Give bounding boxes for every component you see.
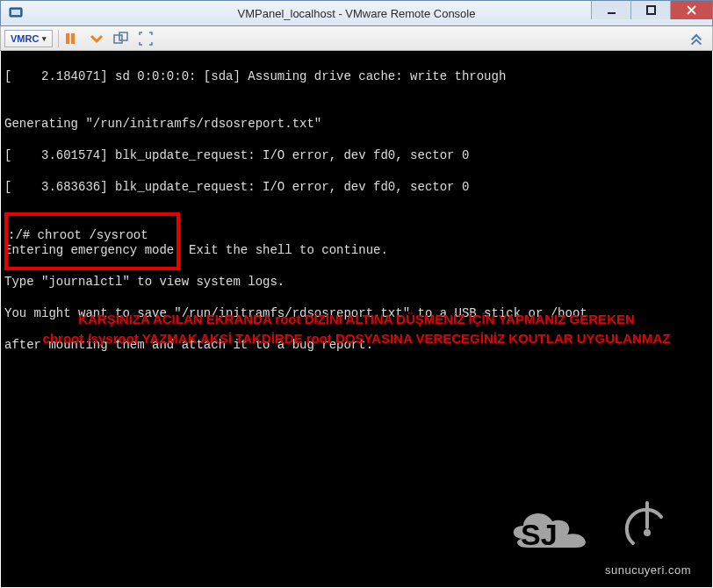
toolbar-icons — [64, 31, 154, 47]
window-controls — [591, 1, 712, 25]
svg-rect-4 — [66, 33, 69, 44]
send-cad-icon[interactable] — [113, 31, 129, 47]
window-titlebar: VMPanel_localhost - VMware Remote Consol… — [0, 0, 713, 26]
terminal-area[interactable]: [ 2.184071] sd 0:0:0:0: [sda] Assuming d… — [1, 51, 712, 587]
fullscreen-icon[interactable] — [138, 31, 154, 47]
annotation-text-1: KARŞINIZA ACILAN EKRANDA root DİZİNİ ALT… — [1, 310, 712, 329]
toolbar: VMRC — [0, 26, 713, 51]
close-button[interactable] — [670, 1, 712, 19]
terminal-line: Type "journalctl" to view system logs. — [4, 274, 709, 290]
svg-text:SJ: SJ — [521, 518, 558, 551]
terminal-line: [ 2.184071] sd 0:0:0:0: [sda] Assuming d… — [4, 68, 709, 84]
svg-rect-6 — [114, 35, 122, 43]
window-title: VMPanel_localhost - VMware Remote Consol… — [238, 7, 476, 20]
terminal-line: [ 3.683636] blk_update_request: I/O erro… — [4, 179, 709, 195]
collapse-toolbar-icon[interactable] — [689, 32, 703, 46]
watermark-domain: sunucuyeri.com — [605, 563, 691, 578]
toolbar-separator — [58, 30, 59, 47]
terminal-line: Generating "/run/initramfs/rdsosreport.t… — [4, 116, 709, 132]
annotation-text-2: chroot /sysroot YAZMAK AKSİ TAKDİRDE roo… — [1, 329, 712, 348]
maximize-button[interactable] — [630, 1, 670, 19]
svg-point-10 — [644, 529, 651, 536]
app-icon — [8, 5, 24, 21]
vmrc-dropdown[interactable]: VMRC — [4, 30, 53, 47]
svg-rect-3 — [647, 6, 655, 14]
watermark-logo: SJ — [501, 499, 695, 561]
terminal-prompt: :/# chroot /sysroot — [8, 227, 148, 243]
chevron-down-icon[interactable] — [89, 31, 104, 47]
svg-rect-7 — [119, 32, 127, 40]
svg-rect-2 — [608, 12, 616, 14]
minimize-button[interactable] — [591, 1, 630, 19]
pause-icon[interactable] — [64, 31, 80, 47]
svg-rect-1 — [11, 10, 20, 15]
vmrc-label: VMRC — [11, 33, 39, 44]
terminal-line: [ 3.601574] blk_update_request: I/O erro… — [4, 147, 709, 163]
svg-rect-5 — [71, 33, 75, 44]
